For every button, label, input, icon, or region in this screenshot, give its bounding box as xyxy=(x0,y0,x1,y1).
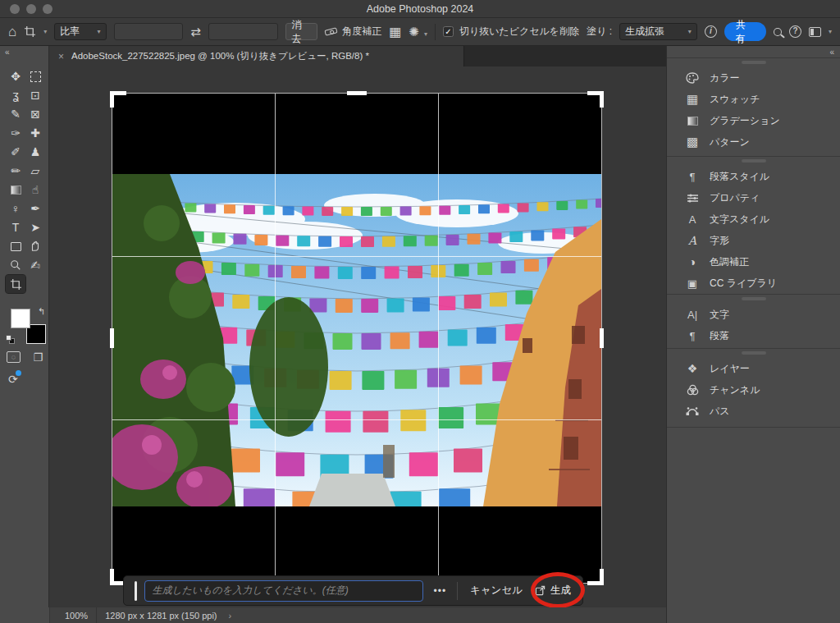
crop-handle-right[interactable] xyxy=(600,328,604,348)
swatches-icon: ▦ xyxy=(685,92,700,107)
overlay-grid-icon[interactable]: ▦ xyxy=(389,25,401,39)
crop-settings-gear-icon[interactable]: ✺▾ xyxy=(409,25,427,38)
crop-icon xyxy=(10,278,22,291)
panel-tab-paragraph-styles[interactable]: ¶ 段落スタイル xyxy=(667,166,840,187)
help-icon[interactable]: ? xyxy=(789,25,801,38)
marquee-tool[interactable] xyxy=(25,67,45,85)
type-tool[interactable]: T xyxy=(6,218,25,236)
panel-grip[interactable] xyxy=(742,61,766,64)
rectangle-tool[interactable] xyxy=(6,237,25,255)
panel-tab-adjustments[interactable]: ◑ 色調補正 xyxy=(667,251,840,273)
smudge-tool[interactable]: ☝ xyxy=(25,181,45,199)
swap-colors-icon[interactable]: ↰ xyxy=(38,306,45,317)
panel-tab-glyphs[interactable]: A 字形 xyxy=(667,230,840,251)
search-icon[interactable] xyxy=(774,28,782,36)
swap-dimensions-icon[interactable]: ⇄ xyxy=(190,25,201,38)
panel-group-type: A| 文字 ¶ 段落 xyxy=(667,294,840,346)
history-brush-tool[interactable]: ✏ xyxy=(6,162,25,180)
ratio-dropdown[interactable]: 比率 ▾ xyxy=(54,23,106,40)
panel-tab-character[interactable]: A| 文字 xyxy=(667,304,840,325)
crop-handle-top[interactable] xyxy=(347,91,367,95)
crop-handle-bottom-right[interactable] xyxy=(587,569,604,585)
default-colors-icon[interactable] xyxy=(6,335,15,344)
panel-grip[interactable] xyxy=(742,297,766,300)
quick-mask-icon[interactable]: ◌ xyxy=(7,351,21,363)
crop-handle-top-right[interactable] xyxy=(587,91,604,108)
panel-tab-swatches[interactable]: ▦ スウォッチ xyxy=(667,89,840,110)
paragraph-icon: ¶ xyxy=(685,330,700,342)
more-options-button[interactable]: ••• xyxy=(434,585,447,597)
crop-handle-left[interactable] xyxy=(110,328,114,348)
eraser-tool[interactable]: ▱ xyxy=(25,162,45,180)
crop-height-field[interactable] xyxy=(208,23,278,40)
mixer-brush-tool[interactable]: ✍ xyxy=(25,256,45,274)
info-icon[interactable]: i xyxy=(705,25,717,38)
chevron-down-icon: ▾ xyxy=(43,28,47,35)
healing-brush-tool[interactable]: ✚ xyxy=(25,124,45,142)
object-selection-tool[interactable]: ⊡ xyxy=(25,86,45,104)
marquee-icon xyxy=(30,71,41,82)
frame-tool[interactable]: ⊠ xyxy=(25,105,45,123)
workspace-switcher[interactable]: ▾ xyxy=(809,27,832,37)
straighten-button[interactable]: 角度補正 xyxy=(325,25,381,39)
dodge-tool[interactable]: ♀ xyxy=(6,199,25,218)
hand-tool[interactable] xyxy=(25,237,45,255)
quick-selection-tool[interactable]: ✎ xyxy=(6,105,25,123)
home-icon[interactable]: ⌂ xyxy=(8,25,16,39)
share-button[interactable]: 共有 xyxy=(724,22,767,41)
crop-width-field[interactable] xyxy=(114,23,184,40)
foreground-color-swatch[interactable] xyxy=(11,309,30,328)
panel-tab-character-styles[interactable]: A 文字スタイル xyxy=(667,208,840,230)
panel-tab-properties[interactable]: プロパティ xyxy=(667,187,840,208)
red-annotation-circle xyxy=(531,572,585,607)
crop-preview-region[interactable] xyxy=(112,94,601,583)
taskbar-grip-handle[interactable] xyxy=(135,581,137,601)
pen-tool[interactable]: ✒ xyxy=(25,199,45,218)
panel-grip[interactable] xyxy=(742,159,766,163)
ratio-dropdown-label: 比率 xyxy=(60,25,80,39)
right-panel-dock: « カラー ▦ スウォッチ グラデーション ▩ パターン ¶ 段落スタイル プロ… xyxy=(666,46,840,623)
zoom-level[interactable]: 100% xyxy=(65,611,88,621)
crop-tool-preset[interactable]: ▾ xyxy=(24,25,47,38)
canvas-area[interactable]: 生成したいものを入力してください。(任意) ••• キャンセル 生成 xyxy=(50,66,666,607)
generate-prompt-input[interactable]: 生成したいものを入力してください。(任意) xyxy=(144,580,422,602)
cc-libraries-icon: ▣ xyxy=(685,277,700,290)
panel-grip[interactable] xyxy=(742,351,766,355)
close-tab-icon[interactable]: × xyxy=(58,51,64,62)
cancel-button[interactable]: キャンセル xyxy=(470,584,523,598)
move-tool[interactable]: ✥ xyxy=(6,67,25,85)
zoom-tool[interactable] xyxy=(6,256,25,274)
panel-tab-cc-libraries[interactable]: ▣ CC ライブラリ xyxy=(667,273,840,294)
panel-tab-gradients[interactable]: グラデーション xyxy=(667,110,840,131)
panel-tab-paths[interactable]: パス xyxy=(667,401,840,422)
crop-tool[interactable] xyxy=(6,275,25,293)
gradient-tool[interactable] xyxy=(6,181,25,199)
fill-dropdown[interactable]: 生成拡張 ▾ xyxy=(619,23,697,40)
panel-tab-paragraph[interactable]: ¶ 段落 xyxy=(667,325,840,346)
panel-tab-channels[interactable]: チャンネル xyxy=(667,379,840,401)
sync-notification-icon[interactable]: ⟳ xyxy=(8,373,18,386)
clone-stamp-tool[interactable]: ♟ xyxy=(25,143,45,161)
delete-pixels-checkbox[interactable]: ✓ xyxy=(443,26,454,37)
panel-tab-patterns[interactable]: ▩ パターン xyxy=(667,131,840,153)
eyedropper-tool[interactable]: ✑ xyxy=(6,124,25,142)
panel-group-styles: ¶ 段落スタイル プロパティ A 文字スタイル A 字形 ◑ 色調補正 ▣ CC… xyxy=(667,156,840,294)
magnifier-icon xyxy=(10,259,21,271)
panel-tab-color[interactable]: カラー xyxy=(667,67,840,89)
delete-cropped-pixels-option[interactable]: ✓ 切り抜いたピクセルを削除 xyxy=(443,25,579,39)
status-bar: 100% 1280 px x 1281 px (150 ppi) › xyxy=(50,607,666,623)
screen-mode-icon[interactable]: ❐ xyxy=(34,351,43,364)
crop-handle-top-left[interactable] xyxy=(110,91,126,108)
crop-grid-line-horizontal-1 xyxy=(112,256,601,257)
lasso-tool[interactable]: ʓ xyxy=(6,86,25,104)
panel-tab-layers[interactable]: ❖ レイヤー xyxy=(667,358,840,379)
status-chevron-icon[interactable]: › xyxy=(229,611,232,621)
brush-tool[interactable]: ✐ xyxy=(6,143,25,161)
collapse-tools-icon[interactable]: « xyxy=(5,48,10,57)
title-bar: Adobe Photoshop 2024 xyxy=(0,0,840,18)
fill-label: 塗り : xyxy=(587,25,612,39)
collapse-panels-icon[interactable]: « xyxy=(829,48,834,57)
clear-button[interactable]: 消去 xyxy=(285,23,318,40)
path-selection-tool[interactable]: ➤ xyxy=(25,218,45,236)
document-tab[interactable]: × AdobeStock_227522825.jpeg @ 100% (切り抜き… xyxy=(50,46,464,66)
